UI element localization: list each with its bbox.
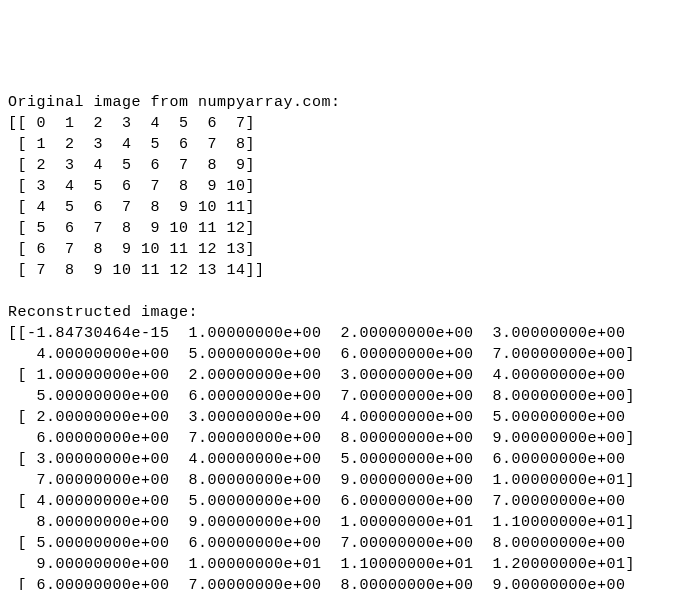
console-output: Original image from numpyarray.com: [[ 0… xyxy=(8,92,682,590)
